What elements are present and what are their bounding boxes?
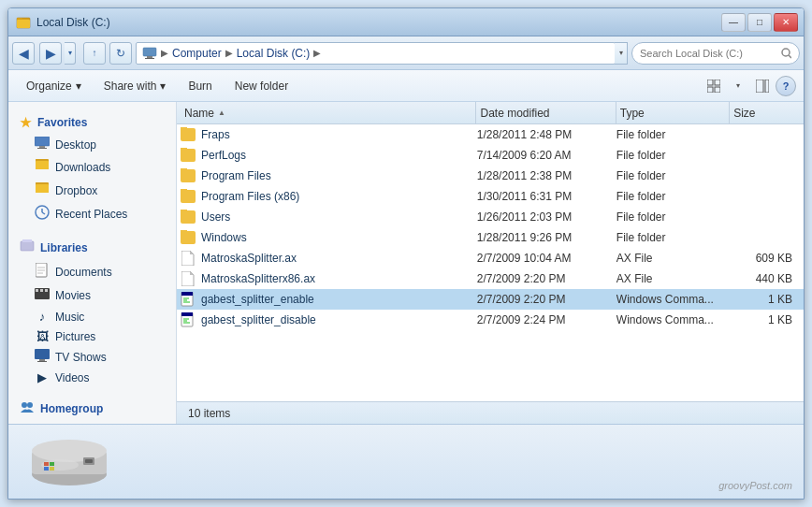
favorites-icon: ★ <box>20 115 32 130</box>
cmd-icon <box>181 292 196 307</box>
file-type-icon <box>181 148 196 163</box>
file-row[interactable]: Program Files (x86) 1/30/2011 6:31 PM Fi… <box>177 186 804 207</box>
svg-line-25 <box>42 212 45 214</box>
pictures-label: Pictures <box>55 330 95 343</box>
sidebar-item-videos[interactable]: ▶ Videos <box>8 368 176 387</box>
file-type-icon <box>181 230 196 245</box>
file-date: 1/26/2011 2:03 PM <box>477 210 616 224</box>
svg-rect-37 <box>39 359 45 361</box>
file-name: Users <box>181 210 477 225</box>
sidebar-item-movies[interactable]: Movies <box>8 283 176 307</box>
path-computer[interactable]: Computer <box>172 47 222 60</box>
col-header-date[interactable]: Date modified <box>476 102 616 123</box>
file-size: 1 KB <box>730 293 800 306</box>
svg-rect-64 <box>50 467 54 471</box>
help-button[interactable]: ? <box>776 76 796 96</box>
sidebar-item-music[interactable]: ♪ Music <box>8 307 176 326</box>
file-type-label: AX File <box>616 252 730 265</box>
homegroup-icon <box>20 400 35 416</box>
forward-button[interactable]: ▶ <box>39 42 62 65</box>
folder-icon <box>181 128 196 141</box>
sidebar-item-dropbox[interactable]: Dropbox <box>8 179 176 202</box>
file-type-label: File folder <box>616 190 730 203</box>
search-box[interactable] <box>631 42 800 65</box>
file-row[interactable]: MatroskaSplitterx86.ax 2/7/2009 2:20 PM … <box>177 268 804 289</box>
file-row[interactable]: MatroskaSplitter.ax 2/7/2009 10:04 AM AX… <box>177 248 804 268</box>
file-row[interactable]: PerfLogs 7/14/2009 6:20 AM File folder <box>177 145 804 166</box>
preview-icon <box>756 80 769 93</box>
toolbar: Organize ▾ Share with ▾ Burn New folder <box>8 70 804 102</box>
title-controls: — □ ✕ <box>721 13 798 32</box>
file-name: MatroskaSplitter.ax <box>181 251 477 266</box>
column-headers: Name ▲ Date modified Type Size <box>177 102 804 124</box>
file-type-label: AX File <box>616 272 730 285</box>
svg-rect-18 <box>36 161 49 169</box>
col-header-name[interactable]: Name ▲ <box>181 102 476 123</box>
file-name: Fraps <box>181 127 477 142</box>
file-row[interactable]: Users 1/26/2011 2:03 PM File folder <box>177 207 804 227</box>
file-row[interactable]: Windows 1/28/2011 9:26 PM File folder <box>177 227 804 248</box>
maximize-button[interactable]: □ <box>747 13 772 32</box>
content-area: ★ Favorites Desktop Downloads Dropbox <box>8 102 804 424</box>
up-button[interactable]: ↑ <box>83 42 106 65</box>
organize-button[interactable]: Organize ▾ <box>16 73 92 99</box>
dropbox-label: Dropbox <box>55 184 97 197</box>
file-row[interactable]: gabest_splitter_disable 2/7/2009 2:24 PM… <box>177 310 804 330</box>
sidebar-item-pictures[interactable]: 🖼 Pictures <box>8 326 176 346</box>
downloads-label: Downloads <box>55 161 110 174</box>
svg-marker-44 <box>190 271 194 275</box>
svg-rect-62 <box>50 462 54 466</box>
close-button[interactable]: ✕ <box>774 13 798 32</box>
svg-rect-15 <box>39 146 45 148</box>
search-input[interactable] <box>640 48 777 59</box>
refresh-button[interactable]: ↻ <box>109 42 132 65</box>
sidebar-item-documents[interactable]: Documents <box>8 260 176 283</box>
svg-rect-63 <box>44 467 49 471</box>
share-with-button[interactable]: Share with ▾ <box>94 73 177 99</box>
file-name: Program Files <box>181 168 477 183</box>
sidebar-section-favorites[interactable]: ★ Favorites <box>8 109 176 134</box>
file-name: Program Files (x86) <box>181 189 477 204</box>
tv-shows-icon <box>35 349 50 365</box>
sidebar: ★ Favorites Desktop Downloads Dropbox <box>8 102 177 424</box>
svg-rect-12 <box>756 80 763 93</box>
search-icon <box>781 48 791 59</box>
preview-pane-button[interactable] <box>751 75 774 97</box>
views-dropdown-button[interactable]: ▾ <box>727 75 749 97</box>
file-type-icon <box>181 251 196 266</box>
svg-rect-5 <box>145 58 154 59</box>
path-local-disk[interactable]: Local Disk (C:) <box>237 47 311 60</box>
window-icon <box>16 15 31 30</box>
file-row[interactable]: gabest_splitter_enable 2/7/2009 2:20 PM … <box>177 289 804 310</box>
burn-button[interactable]: Burn <box>178 73 222 99</box>
sidebar-item-tv-shows[interactable]: TV Shows <box>8 346 176 368</box>
watermark: groovyPost.com <box>718 480 792 491</box>
address-path[interactable]: ▶ Computer ▶ Local Disk (C:) ▶ <box>136 42 616 65</box>
file-row[interactable]: Program Files 1/28/2011 2:38 PM File fol… <box>177 166 804 186</box>
videos-icon: ▶ <box>35 370 50 384</box>
nav-dropdown-button[interactable]: ▾ <box>65 42 76 65</box>
col-header-type[interactable]: Type <box>616 102 730 123</box>
sidebar-section-homegroup[interactable]: Homegroup <box>8 395 176 420</box>
file-type-icon <box>181 189 196 204</box>
sidebar-item-recent-places[interactable]: Recent Places <box>8 202 176 225</box>
views-button[interactable] <box>703 75 725 97</box>
col-header-size[interactable]: Size <box>730 102 800 123</box>
sidebar-item-desktop[interactable]: Desktop <box>8 134 176 155</box>
svg-rect-26 <box>21 241 34 251</box>
sidebar-section-libraries[interactable]: Libraries <box>8 233 176 260</box>
item-count: 10 items <box>188 407 230 420</box>
minimize-button[interactable]: — <box>721 13 746 32</box>
movies-icon <box>35 286 50 304</box>
svg-rect-11 <box>715 87 720 93</box>
svg-rect-51 <box>181 312 193 316</box>
svg-line-7 <box>789 55 791 58</box>
path-dropdown-button[interactable]: ▾ <box>615 42 628 65</box>
svg-rect-19 <box>36 159 41 161</box>
file-row[interactable]: Fraps 1/28/2011 2:48 PM File folder <box>177 124 804 145</box>
svg-rect-33 <box>36 289 38 292</box>
sidebar-item-downloads[interactable]: Downloads <box>8 155 176 179</box>
back-button[interactable]: ◀ <box>12 42 35 65</box>
new-folder-button[interactable]: New folder <box>225 73 298 99</box>
file-type-icon <box>181 127 196 142</box>
